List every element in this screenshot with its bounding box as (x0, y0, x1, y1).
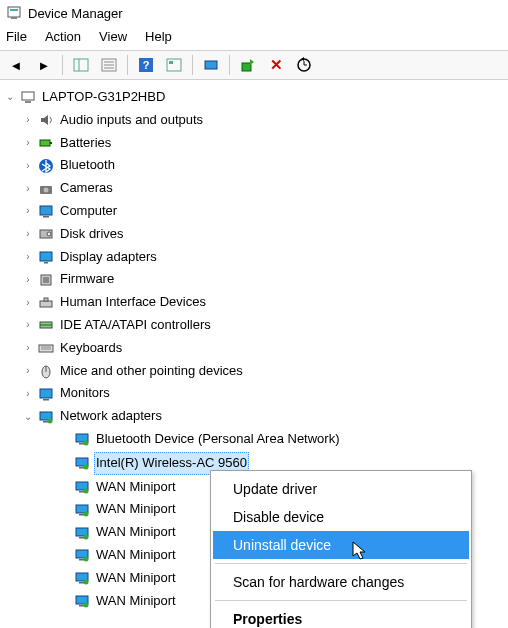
toolbar-separator (127, 55, 128, 75)
tree-node[interactable]: Bluetooth (4, 154, 508, 177)
tree-node[interactable]: Monitors (4, 382, 508, 405)
expander-icon[interactable] (22, 409, 34, 425)
expander-icon[interactable] (22, 317, 34, 333)
action-details-button[interactable] (162, 54, 186, 76)
context-menu-item[interactable]: Disable device (213, 503, 469, 531)
network-icon (38, 409, 54, 425)
svg-rect-23 (40, 206, 52, 215)
expander-icon[interactable] (22, 226, 34, 242)
tree-node-label[interactable]: WAN Miniport (94, 568, 178, 589)
tree-node[interactable]: LAPTOP-G31P2HBD (4, 86, 508, 109)
expander-icon[interactable] (22, 203, 34, 219)
tree-node[interactable]: Mice and other pointing devices (4, 360, 508, 383)
expander-icon[interactable] (22, 295, 34, 311)
tree-node-label[interactable]: LAPTOP-G31P2HBD (40, 87, 167, 108)
tree-node-label[interactable]: IDE ATA/ATAPI controllers (58, 315, 213, 336)
tree-node[interactable]: Cameras (4, 177, 508, 200)
back-icon: ◄ (10, 58, 23, 73)
context-menu-item[interactable]: Scan for hardware changes (213, 568, 469, 596)
tree-node[interactable]: Human Interface Devices (4, 291, 508, 314)
menu-view[interactable]: View (99, 29, 127, 45)
context-menu-separator (215, 563, 467, 564)
tree-node[interactable]: Bluetooth Device (Personal Area Network) (4, 428, 508, 451)
context-menu-item[interactable]: Properties (213, 605, 469, 628)
expander-icon[interactable] (22, 363, 34, 379)
tree-node-label[interactable]: Display adapters (58, 247, 159, 268)
back-button[interactable]: ◄ (4, 54, 28, 76)
tree-node[interactable]: Display adapters (4, 246, 508, 269)
tree-node-label[interactable]: Human Interface Devices (58, 292, 208, 313)
tree-node-label[interactable]: Monitors (58, 383, 112, 404)
svg-point-62 (84, 557, 89, 562)
svg-rect-11 (167, 59, 181, 71)
tree-node[interactable]: Network adapters (4, 405, 508, 428)
tree-node[interactable]: Disk drives (4, 223, 508, 246)
scan-hardware-button[interactable] (292, 54, 316, 76)
action-details-icon (166, 57, 182, 73)
tree-node-label[interactable]: Disk drives (58, 224, 126, 245)
properties-list-button[interactable] (97, 54, 121, 76)
show-hidden-button[interactable] (199, 54, 223, 76)
tree-node-label[interactable]: Audio inputs and outputs (58, 110, 205, 131)
tree-node-label[interactable]: Computer (58, 201, 119, 222)
menu-file[interactable]: File (6, 29, 27, 45)
tree-node-label[interactable]: Bluetooth Device (Personal Area Network) (94, 429, 342, 450)
tree-node[interactable]: Batteries (4, 132, 508, 155)
tree-node-label[interactable]: WAN Miniport (94, 499, 178, 520)
svg-rect-31 (40, 301, 52, 307)
expander-icon[interactable] (22, 135, 34, 151)
show-hide-tree-button[interactable] (69, 54, 93, 76)
keyboard-icon (38, 340, 54, 356)
tree-node[interactable]: Audio inputs and outputs (4, 109, 508, 132)
svg-rect-27 (40, 252, 52, 261)
ide-icon (38, 317, 54, 333)
svg-rect-30 (43, 277, 49, 283)
toolbar-separator (229, 55, 230, 75)
tree-node-label[interactable]: WAN Miniport (94, 477, 178, 498)
tree-node[interactable]: IDE ATA/ATAPI controllers (4, 314, 508, 337)
expander-icon[interactable] (22, 340, 34, 356)
expander-icon[interactable] (4, 89, 16, 105)
tree-node-label[interactable]: Mice and other pointing devices (58, 361, 245, 382)
help-icon: ? (138, 57, 154, 73)
expander-icon[interactable] (22, 272, 34, 288)
display-icon (38, 249, 54, 265)
svg-point-56 (84, 511, 89, 516)
tree-node-label[interactable]: WAN Miniport (94, 545, 178, 566)
context-menu-item[interactable]: Uninstall device (213, 531, 469, 559)
expander-icon[interactable] (22, 181, 34, 197)
uninstall-button[interactable]: ✕ (264, 54, 288, 76)
update-driver-button[interactable] (236, 54, 260, 76)
tree-node-label[interactable]: Network adapters (58, 406, 164, 427)
svg-rect-12 (169, 61, 173, 64)
tree-node-label[interactable]: Firmware (58, 269, 116, 290)
tree-node-label[interactable]: WAN Miniport (94, 522, 178, 543)
help-button[interactable]: ? (134, 54, 158, 76)
tree-node[interactable]: Firmware (4, 268, 508, 291)
svg-point-26 (47, 232, 51, 236)
expander-icon[interactable] (22, 112, 34, 128)
svg-point-65 (84, 580, 89, 585)
tree-node-label[interactable]: WAN Miniport (94, 591, 178, 612)
expander-icon[interactable] (22, 386, 34, 402)
tree-node-label[interactable]: Cameras (58, 178, 115, 199)
forward-icon: ► (38, 58, 51, 73)
firmware-icon (38, 272, 54, 288)
expander-icon[interactable] (22, 158, 34, 174)
toolbar: ◄ ► ? ✕ (0, 50, 508, 80)
computer-icon (20, 89, 36, 105)
tree-node-label[interactable]: Keyboards (58, 338, 124, 359)
tree-node-label[interactable]: Batteries (58, 133, 113, 154)
tree-node[interactable]: Computer (4, 200, 508, 223)
menu-action[interactable]: Action (45, 29, 81, 45)
tree-node-label[interactable]: Bluetooth (58, 155, 117, 176)
svg-text:?: ? (143, 59, 150, 71)
tree-node[interactable]: Keyboards (4, 337, 508, 360)
forward-button[interactable]: ► (32, 54, 56, 76)
context-menu-item[interactable]: Update driver (213, 475, 469, 503)
expander-icon[interactable] (22, 249, 34, 265)
update-driver-icon (240, 57, 256, 73)
svg-point-68 (84, 602, 89, 607)
menu-help[interactable]: Help (145, 29, 172, 45)
context-menu: Update driverDisable deviceUninstall dev… (210, 470, 472, 628)
